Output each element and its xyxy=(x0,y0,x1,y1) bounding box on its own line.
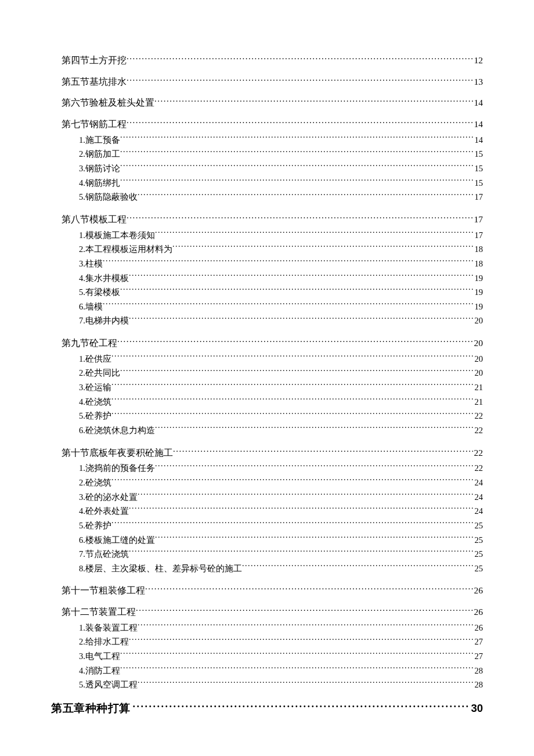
toc-entry: 7.节点砼浇筑25 xyxy=(79,547,483,561)
toc-entry: 3.钢筋讨论15 xyxy=(79,161,483,176)
toc-entry-label: 2.砼共同比 xyxy=(79,366,120,380)
toc-entry-label: 3.柱模 xyxy=(79,257,103,271)
toc-entry-label: 6.墙模 xyxy=(79,300,103,314)
toc-entry: 2.给排水工程27 xyxy=(79,635,483,649)
toc-dot-leader xyxy=(120,149,474,157)
toc-entry: 第十二节装置工程26 xyxy=(62,606,483,618)
toc-entry-label: 7.电梯井内模 xyxy=(79,314,129,328)
toc-entry: 4.砼浇筑21 xyxy=(79,395,483,409)
toc-entry-label: 6.砼浇筑休息力构造 xyxy=(79,423,155,438)
toc-entry: 2.钢筋加工15 xyxy=(79,147,483,161)
toc-dot-leader xyxy=(172,244,474,253)
toc-entry-page: 18 xyxy=(474,242,484,257)
toc-entry-page: 25 xyxy=(474,519,484,533)
toc-entry-page: 24 xyxy=(474,476,484,490)
toc-entry-label: 第十节底板年夜要积砼施工 xyxy=(62,447,173,459)
toc-entry-page: 14 xyxy=(474,133,484,147)
toc-entry: 第七节钢筋工程14 xyxy=(62,118,483,131)
toc-entry: 4.集水井模板19 xyxy=(79,271,483,286)
toc-entry: 第八节模板工程17 xyxy=(62,213,483,226)
toc-entry: 第十一节粗装修工程26 xyxy=(62,584,483,597)
toc-entry-label: 6.楼板施工缝的处置 xyxy=(79,533,155,548)
toc-entry: 1.砼供应20 xyxy=(79,352,483,366)
toc-dot-leader xyxy=(111,382,474,391)
toc-entry-page: 28 xyxy=(474,664,484,678)
toc-dot-leader xyxy=(120,368,474,376)
toc-entry-page: 25 xyxy=(474,547,484,561)
toc-entry-label: 第八节模板工程 xyxy=(62,213,127,226)
toc-entry: 第六节验桩及桩头处置14 xyxy=(62,96,483,109)
toc-entry: 7.电梯井内模20 xyxy=(79,314,483,328)
toc-entry: 第五节基坑排水13 xyxy=(62,75,483,88)
toc-dot-leader xyxy=(111,520,474,528)
toc-entry-page: 20 xyxy=(474,314,484,328)
toc-entry-label: 第十一节粗装修工程 xyxy=(62,584,145,597)
toc-dot-leader xyxy=(136,606,473,615)
toc-entry: 3.电气工程27 xyxy=(79,649,483,664)
toc-dot-leader xyxy=(242,563,474,571)
toc-entry: 5.砼养护22 xyxy=(79,409,483,423)
toc-entry-page: 26 xyxy=(474,621,484,635)
toc-entry: 6.砼浇筑休息力构造22 xyxy=(79,423,483,438)
toc-entry-page: 24 xyxy=(474,504,484,519)
toc-entry-page: 20 xyxy=(473,337,484,350)
toc-entry: 第四节土方开挖12 xyxy=(62,54,483,67)
toc-dot-leader xyxy=(129,549,474,557)
toc-entry-page: 21 xyxy=(474,395,484,409)
toc-dot-leader xyxy=(138,192,474,200)
toc-entry-label: 7.节点砼浇筑 xyxy=(79,547,129,561)
toc-entry: 8.楼层、主次梁板、柱、差异标号砼的施工25 xyxy=(79,561,483,576)
toc-entry-label: 1.施工预备 xyxy=(79,133,120,147)
toc-entry-page: 15 xyxy=(474,161,484,176)
toc-dot-leader xyxy=(138,491,474,500)
toc-entry: 1.模板施工本卷须知17 xyxy=(79,228,483,243)
toc-entry: 2.砼浇筑24 xyxy=(79,476,483,490)
toc-dot-leader xyxy=(120,163,474,172)
toc-entry-page: 21 xyxy=(474,380,484,395)
toc-dot-leader xyxy=(155,425,474,434)
toc-entry: 5.有梁楼板19 xyxy=(79,285,483,300)
toc-entry-label: 5.有梁楼板 xyxy=(79,285,120,300)
toc-dot-leader xyxy=(155,463,474,471)
toc-dot-leader xyxy=(127,55,473,64)
toc-entry-page: 22 xyxy=(473,447,484,459)
toc-entry-label: 5.钢筋隐蔽验收 xyxy=(79,190,138,204)
toc-entry-label: 1.模板施工本卷须知 xyxy=(79,228,155,243)
toc-entry-label: 第十二节装置工程 xyxy=(62,606,136,618)
toc-entry-page: 24 xyxy=(474,490,484,505)
toc-entry-label: 3.砼的泌水处置 xyxy=(79,490,138,505)
toc-entry: 1.装备装置工程26 xyxy=(79,621,483,635)
toc-entry: 3.砼的泌水处置24 xyxy=(79,490,483,505)
toc-entry: 6.楼板施工缝的处置25 xyxy=(79,533,483,548)
toc-entry-page: 26 xyxy=(473,584,484,597)
toc-entry-label: 5.砼养护 xyxy=(79,519,111,533)
toc-entry: 4.钢筋绑扎15 xyxy=(79,176,483,190)
toc-dot-leader xyxy=(138,622,474,631)
toc-entry-page: 30 xyxy=(470,700,483,717)
toc-dot-leader xyxy=(111,477,474,485)
toc-dot-leader xyxy=(133,701,470,712)
toc-entry-page: 25 xyxy=(474,561,484,576)
toc-entry-page: 19 xyxy=(474,271,484,286)
toc-entry-page: 15 xyxy=(474,147,484,161)
toc-dot-leader xyxy=(117,337,473,347)
toc-entry-label: 4.钢筋绑扎 xyxy=(79,176,120,190)
toc-entry: 3.柱模18 xyxy=(79,257,483,271)
toc-entry-page: 22 xyxy=(474,423,484,438)
toc-entry-page: 17 xyxy=(474,228,484,243)
toc-entry-label: 1.砼供应 xyxy=(79,352,111,366)
toc-entry-page: 19 xyxy=(474,300,484,314)
toc-entry-page: 22 xyxy=(474,409,484,423)
toc-entry-label: 8.楼层、主次梁板、柱、差异标号砼的施工 xyxy=(79,561,242,576)
toc-entry: 4.消防工程28 xyxy=(79,664,483,678)
toc-entry-label: 2.砼浇筑 xyxy=(79,476,111,490)
toc-entry-page: 20 xyxy=(474,352,484,366)
toc-entry-page: 13 xyxy=(473,75,484,88)
toc-entry-label: 第六节验桩及桩头处置 xyxy=(62,96,154,109)
toc-entry-page: 28 xyxy=(474,678,484,692)
toc-entry-label: 第七节钢筋工程 xyxy=(62,118,127,131)
toc-dot-leader xyxy=(129,272,474,281)
toc-dot-leader xyxy=(120,651,474,660)
toc-entry-label: 2.钢筋加工 xyxy=(79,147,120,161)
table-of-contents: 第四节土方开挖12第五节基坑排水13第六节验桩及桩头处置14第七节钢筋工程141… xyxy=(51,54,483,717)
